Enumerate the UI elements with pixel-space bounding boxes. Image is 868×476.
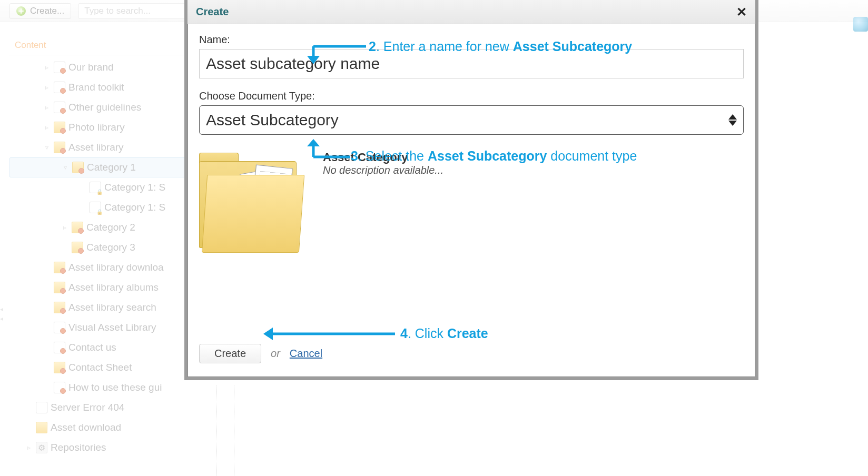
dialog-footer: Create or Cancel <box>199 344 744 363</box>
cancel-link[interactable]: Cancel <box>290 348 322 360</box>
doctype-preview: Asset Category No description available.… <box>199 151 744 256</box>
close-icon[interactable]: ✕ <box>736 5 747 19</box>
dialog-title: Create <box>196 6 229 18</box>
updown-arrows-icon <box>728 114 737 126</box>
column-separator <box>234 385 234 476</box>
right-panel-icon[interactable] <box>853 17 868 32</box>
preview-title: Asset Category <box>323 151 443 164</box>
or-text: or <box>271 348 280 360</box>
folder-icon <box>199 151 302 256</box>
dialog-header: Create ✕ <box>188 0 755 24</box>
name-input[interactable] <box>199 49 744 78</box>
doctype-description: Asset Category No description available.… <box>323 151 443 176</box>
preview-description: No description available... <box>323 164 443 176</box>
column-separator <box>216 385 216 476</box>
doctype-select[interactable]: Asset Subcategory <box>199 105 744 135</box>
doctype-value: Asset Subcategory <box>206 111 339 129</box>
name-label: Name: <box>199 34 744 46</box>
create-submit-button[interactable]: Create <box>199 344 261 363</box>
create-dialog: Create ✕ Name: Choose Document Type: Ass… <box>184 0 758 380</box>
dialog-body: Name: Choose Document Type: Asset Subcat… <box>188 24 755 377</box>
doctype-label: Choose Document Type: <box>199 90 744 102</box>
